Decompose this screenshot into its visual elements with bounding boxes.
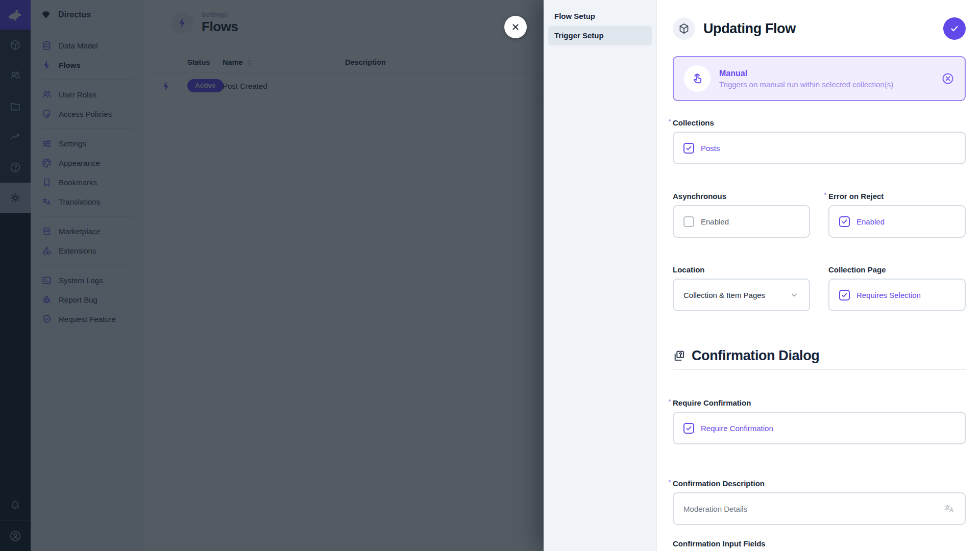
confirmation-description-input[interactable]: Moderation Details [673, 492, 966, 525]
checkbox-posts[interactable] [683, 143, 694, 154]
box-icon [678, 22, 690, 35]
close-drawer-button[interactable] [504, 16, 527, 38]
field-label: Error on Reject [828, 192, 884, 201]
dialog-question-icon [673, 349, 685, 362]
field-confirmation-description: Confirmation Description Moderation Deta… [673, 478, 966, 525]
select-value: Collection & Item Pages [683, 291, 765, 299]
deselect-trigger-button[interactable] [941, 72, 954, 85]
required-dot [669, 480, 671, 482]
checkbox-error-on-reject[interactable] [839, 216, 850, 227]
option-label[interactable]: Require Confirmation [701, 424, 773, 433]
directus-app: Directus Data Model Flows User Roles Acc… [0, 0, 980, 551]
required-dot [669, 399, 671, 402]
field-require-confirmation: Require Confirmation Require Confirmatio… [673, 397, 966, 444]
check-icon [949, 23, 960, 34]
close-icon [510, 21, 521, 33]
field-label: Asynchronous [673, 192, 726, 201]
section-divider [673, 369, 966, 370]
field-error-on-reject: Error on Reject Enabled [828, 191, 966, 238]
trigger-type-card[interactable]: Manual Triggers on manual run within sel… [673, 56, 966, 101]
touch-app-icon [691, 72, 704, 85]
flow-drawer: Flow Setup Trigger Setup Updating Flow M… [544, 0, 980, 551]
field-asynchronous: Asynchronous Enabled [673, 191, 810, 238]
manual-trigger-icon-circle [684, 65, 710, 92]
drawer-header: Updating Flow [673, 16, 966, 41]
section-title: Confirmation Dialog [692, 348, 819, 364]
field-collections: Collections Posts [673, 117, 966, 164]
modal-overlay[interactable] [0, 0, 544, 551]
input-value: Moderation Details [683, 505, 747, 513]
tab-flow-setup[interactable]: Flow Setup [548, 7, 652, 26]
chevron-down-icon [789, 290, 799, 300]
option-label[interactable]: Enabled [701, 217, 729, 226]
drawer-main: Updating Flow Manual Triggers on manual … [657, 0, 980, 551]
trigger-card-subtitle: Triggers on manual run within selected c… [719, 80, 893, 89]
collections-options-box: Posts [673, 132, 966, 164]
field-label: Confirmation Description [673, 479, 765, 488]
checkbox-require-confirmation[interactable] [683, 423, 694, 434]
field-label: Confirmation Input Fields [673, 539, 766, 548]
location-row: Location Collection & Item Pages Collect… [673, 264, 966, 311]
async-row: Asynchronous Enabled Error on Reject Ena… [673, 191, 966, 238]
checkbox-requires-selection[interactable] [839, 290, 850, 300]
field-label: Location [673, 265, 705, 274]
checkbox-asynchronous[interactable] [683, 216, 694, 227]
field-location: Location Collection & Item Pages [673, 264, 810, 311]
field-label: Collections [673, 118, 714, 127]
option-label[interactable]: Posts [701, 144, 720, 153]
drawer-title-icon-circle [673, 17, 695, 40]
translate-icon[interactable] [944, 503, 955, 514]
required-dot [669, 119, 671, 121]
save-button[interactable] [943, 17, 966, 40]
field-confirmation-input-fields: Confirmation Input Fields [673, 538, 966, 551]
drawer-title: Updating Flow [703, 21, 796, 37]
option-label[interactable]: Enabled [856, 217, 885, 226]
tab-trigger-setup[interactable]: Trigger Setup [548, 26, 652, 45]
field-collection-page: Collection Page Requires Selection [828, 264, 966, 311]
section-confirmation-dialog: Confirmation Dialog [673, 348, 966, 364]
field-label: Collection Page [828, 265, 886, 274]
location-select[interactable]: Collection & Item Pages [673, 279, 810, 311]
trigger-card-title: Manual [719, 69, 893, 78]
required-dot [824, 193, 826, 195]
option-label[interactable]: Requires Selection [856, 291, 921, 299]
field-label: Require Confirmation [673, 398, 751, 407]
drawer-nav: Flow Setup Trigger Setup [544, 0, 657, 551]
